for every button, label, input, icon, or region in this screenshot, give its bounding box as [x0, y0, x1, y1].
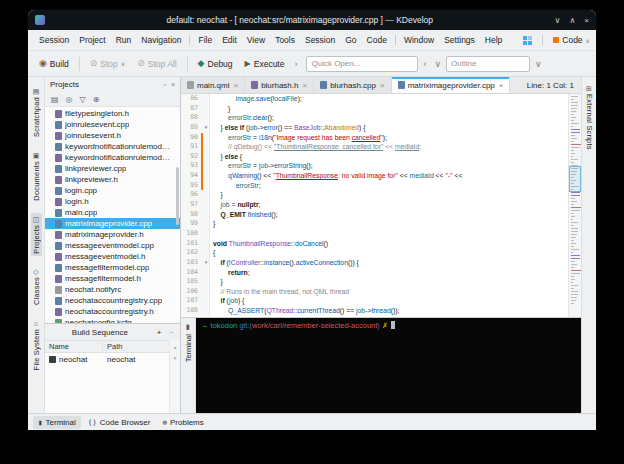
build-button[interactable]: ◉ Build — [34, 56, 74, 72]
menu-session[interactable]: Session — [300, 33, 340, 47]
dock-tab-scratchpad[interactable]: ▤Scratchpad — [31, 85, 42, 140]
code-line[interactable]: 95 errorStr; — [181, 181, 568, 191]
editor-tab-main.qml[interactable]: main.qml× — [181, 77, 245, 93]
code-line[interactable]: 100 — [181, 229, 568, 239]
execute-button[interactable]: ▶ Execute — [240, 56, 290, 72]
code-line[interactable]: 104 return; — [181, 268, 568, 278]
code-line[interactable]: 102{ — [181, 248, 568, 258]
fold-marker-icon[interactable]: ▾ — [203, 258, 210, 268]
maximize-button[interactable]: ∧ — [569, 16, 575, 25]
dock-tab-external-scripts[interactable]: ⊞External Scripts — [584, 82, 595, 153]
editor-tab-matriximageprovider.cpp[interactable]: matriximageprovider.cpp× — [392, 77, 511, 93]
close-tab-icon[interactable]: × — [499, 81, 504, 90]
dock-tab-file-system[interactable]: ⌂File System — [31, 317, 42, 373]
code-line[interactable]: 105 } — [181, 277, 568, 287]
file-tree-item[interactable]: matriximageprovider.cpp — [45, 218, 180, 229]
statusbar-terminal[interactable]: ▮Terminal — [33, 416, 81, 429]
toolbar-overflow-icon[interactable]: › — [291, 59, 300, 69]
file-tree-item[interactable]: keywordnotificationrulemodel.h — [45, 152, 180, 163]
file-tree-item[interactable]: neochat.notifyrc — [45, 284, 180, 295]
back-icon[interactable]: ‹ — [420, 59, 429, 69]
code-line[interactable]: 108 Q_ASSERT(QThread::currentThread() ==… — [181, 306, 568, 316]
file-tree-item[interactable]: messagefiltermodel.h — [45, 273, 180, 284]
code-line[interactable]: 90 errorStr = i18n("Image request has be… — [181, 133, 568, 143]
menu-edit[interactable]: Edit — [217, 33, 242, 47]
chevron-down-icon[interactable]: ∨ — [431, 59, 444, 69]
code-line[interactable]: 89▾ } else if (job->error() == BaseJob::… — [181, 123, 568, 133]
code-line[interactable]: 88 errorStr.clear(); — [181, 113, 568, 123]
close-panel-icon[interactable]: × — [171, 81, 175, 88]
working-area-grid-icon[interactable] — [523, 36, 532, 45]
code-line[interactable]: 107 if (job) { — [181, 296, 568, 306]
menu-project[interactable]: Project — [74, 33, 110, 47]
statusbar-code-browser[interactable]: ()Code Browser — [83, 416, 156, 429]
remove-build-item-button[interactable]: − — [169, 328, 174, 337]
dock-tab-documents[interactable]: ▣Documents — [31, 149, 42, 204]
code-line[interactable]: 91 // qDebug() << "ThumbnailResponse: ca… — [181, 142, 568, 152]
code-line[interactable]: 87 } — [181, 104, 568, 114]
menu-session[interactable]: Session — [34, 33, 74, 47]
file-tree-item[interactable]: matriximageprovider.h — [45, 229, 180, 240]
minimize-button[interactable]: ∨ — [555, 16, 561, 25]
menu-tools[interactable]: Tools — [270, 33, 300, 47]
file-tree-item[interactable]: filetypesingleton.h — [45, 108, 180, 119]
code-line[interactable]: 103▾ if (!Controller::instance().activeC… — [181, 258, 568, 268]
file-tree-item[interactable]: linkpreviewer.cpp — [45, 163, 180, 174]
code-editor[interactable]: 86 image.save(localFile);87 }88 errorStr… — [181, 94, 581, 317]
file-tree-item[interactable]: linkpreviewer.h — [45, 174, 180, 185]
close-tab-icon[interactable]: × — [380, 81, 385, 90]
file-tree-item[interactable]: neochataccountregistry.cpp — [45, 295, 180, 306]
file-tree-item[interactable]: neochatconfig.kcfg — [45, 317, 180, 323]
move-down-icon[interactable]: ▾ — [173, 354, 176, 361]
code-line[interactable]: 96 } — [181, 190, 568, 200]
outline-input[interactable] — [446, 56, 530, 72]
file-tree-item[interactable]: joinrulesevent.h — [45, 130, 180, 141]
file-tree-item[interactable]: main.cpp — [45, 207, 180, 218]
code-line[interactable]: 94 qWarning() << "ThumbnailResponse: no … — [181, 171, 568, 181]
area-selector-code[interactable]: Code ∨ — [553, 35, 590, 45]
editor-tab-blurhash.cpp[interactable]: blurhash.cpp× — [314, 77, 391, 93]
stop-all-button[interactable]: ⊘ Stop All — [132, 56, 181, 72]
file-tree-item[interactable]: joinrulesevent.cpp — [45, 119, 180, 130]
chevron-down-icon[interactable]: ∨ — [532, 59, 545, 69]
statusbar-problems[interactable]: ⊗Problems — [157, 416, 208, 429]
close-tab-icon[interactable]: × — [233, 81, 238, 90]
build-sequence-row[interactable]: neochatneochat — [45, 353, 169, 366]
file-tree-item[interactable]: login.h — [45, 196, 180, 207]
menu-file[interactable]: File — [193, 33, 217, 47]
code-line[interactable]: 92 } else { — [181, 152, 568, 162]
filter-icon[interactable]: ▽ — [80, 95, 86, 104]
menu-run[interactable]: Run — [111, 33, 137, 47]
menu-go[interactable]: Go — [340, 33, 361, 47]
minimap[interactable] — [568, 94, 581, 317]
minimap-viewport[interactable] — [569, 166, 581, 192]
code-line[interactable]: 98 Q_EMIT finished(); — [181, 210, 568, 220]
close-button[interactable]: × — [584, 16, 589, 25]
code-line[interactable]: 101void ThumbnailResponse::doCancel() — [181, 239, 568, 249]
dock-tab-classes[interactable]: ◇Classes — [31, 265, 42, 308]
stop-button[interactable]: ⊘ Stop ∨ — [85, 56, 130, 72]
tree-scrollbar[interactable] — [176, 167, 179, 225]
menu-view[interactable]: View — [242, 33, 270, 47]
file-tree-item[interactable]: keywordnotificationrulemodel.cpp — [45, 141, 180, 152]
menu-code[interactable]: Code — [362, 33, 392, 47]
menu-settings[interactable]: Settings — [439, 33, 480, 47]
terminal-output[interactable]: → tokodon git:(work/carl/remember-select… — [196, 318, 581, 413]
project-settings-icon[interactable]: ⊕ — [93, 95, 100, 104]
file-tree-item[interactable]: login.cpp — [45, 185, 180, 196]
editor-tab-blurhash.h[interactable]: blurhash.h× — [245, 77, 314, 93]
code-line[interactable]: 86 image.save(localFile); — [181, 94, 568, 104]
code-line[interactable]: 93 errorStr = job->errorString(); — [181, 161, 568, 171]
locate-document-icon[interactable]: ◎ — [66, 95, 73, 104]
code-line[interactable]: 106 // Runs in the main thread, not QML … — [181, 287, 568, 297]
tree-mode-icon[interactable]: ▤ — [51, 95, 59, 104]
menu-navigation[interactable]: Navigation — [136, 33, 186, 47]
menu-help[interactable]: Help — [480, 33, 507, 47]
move-up-icon[interactable]: ▴ — [173, 343, 176, 350]
dock-tab-projects[interactable]: ◫Projects — [31, 213, 42, 257]
fold-marker-icon[interactable]: ▾ — [203, 123, 210, 133]
file-tree-item[interactable]: messageeventmodel.h — [45, 251, 180, 262]
debug-button[interactable]: ◆ Debug — [193, 56, 238, 72]
menu-window[interactable]: Window — [399, 33, 439, 47]
close-tab-icon[interactable]: × — [302, 81, 307, 90]
